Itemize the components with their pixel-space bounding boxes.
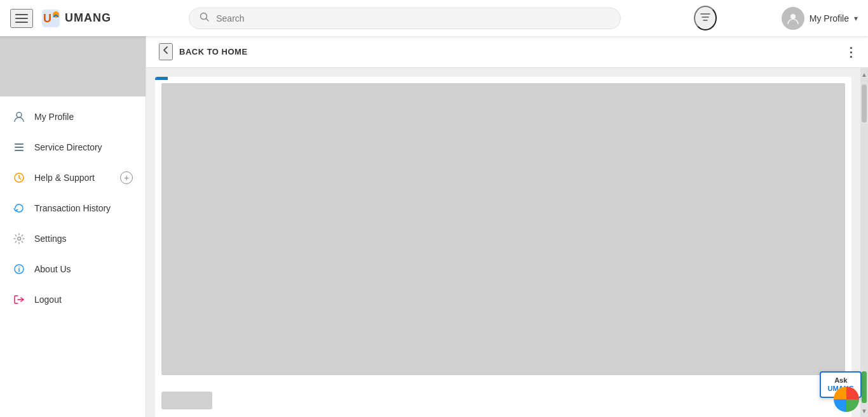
- svg-text:U: U: [43, 12, 51, 25]
- layout: My Profile Service Directory Help & Supp…: [0, 36, 868, 417]
- filter-icon: [699, 11, 712, 23]
- back-label[interactable]: BACK TO HOME: [179, 47, 248, 56]
- sidebar-menu: My Profile Service Directory Help & Supp…: [0, 96, 146, 320]
- sidebar-item-label: My Profile: [34, 112, 133, 122]
- svg-rect-12: [15, 147, 24, 148]
- filter-button[interactable]: [694, 6, 717, 30]
- avatar: [782, 7, 804, 30]
- sidebar-item-settings[interactable]: Settings: [0, 223, 146, 254]
- scroll-up-arrow[interactable]: ▲: [860, 69, 868, 79]
- back-button[interactable]: [159, 43, 173, 60]
- svg-point-10: [17, 112, 22, 117]
- svg-point-18: [18, 267, 20, 268]
- sidebar-banner: [0, 36, 146, 96]
- content-gray-area: [161, 83, 845, 375]
- sidebar: My Profile Service Directory Help & Supp…: [0, 36, 146, 417]
- profile-menu[interactable]: My Profile ▾: [782, 7, 858, 30]
- main-content: BACK TO HOME ⋮ ▲: [146, 36, 868, 417]
- umang-badge-icon: [834, 387, 859, 412]
- sidebar-item-transaction-history[interactable]: Transaction History: [0, 193, 146, 223]
- hamburger-button[interactable]: [10, 9, 33, 28]
- vertical-scrollbar[interactable]: ▲ ▼: [860, 68, 868, 417]
- gear-icon: [13, 232, 25, 245]
- green-scroll-indicator: [862, 371, 867, 403]
- info-icon: [13, 263, 25, 275]
- expand-icon[interactable]: +: [120, 171, 133, 184]
- logo-text: UMANG: [65, 11, 111, 25]
- sidebar-item-label: About Us: [34, 264, 133, 274]
- refresh-icon: [13, 202, 25, 215]
- sidebar-item-label: Help & Support: [34, 173, 111, 183]
- svg-line-5: [207, 18, 209, 21]
- more-options-button[interactable]: ⋮: [844, 44, 858, 60]
- person-icon: [13, 110, 25, 123]
- svg-rect-11: [15, 143, 24, 145]
- svg-point-9: [790, 14, 796, 19]
- svg-point-15: [18, 237, 21, 241]
- sidebar-item-label: Service Directory: [34, 142, 133, 152]
- sidebar-item-my-profile[interactable]: My Profile: [0, 102, 146, 132]
- sidebar-item-logout[interactable]: Logout: [0, 284, 146, 315]
- search-icon: [200, 12, 210, 25]
- ask-label: Ask: [834, 376, 847, 385]
- sidebar-item-label: Logout: [34, 295, 133, 305]
- search-bar: [189, 8, 621, 29]
- search-input[interactable]: [216, 13, 610, 23]
- sidebar-item-about-us[interactable]: About Us: [0, 254, 146, 284]
- sidebar-item-service-directory[interactable]: Service Directory: [0, 132, 146, 162]
- sidebar-item-help-support[interactable]: Help & Support +: [0, 162, 146, 193]
- svg-rect-13: [15, 150, 24, 151]
- logo[interactable]: U UMANG: [41, 8, 111, 29]
- scroll-down-arrow[interactable]: ▼: [860, 406, 868, 416]
- profile-label: My Profile: [810, 13, 849, 23]
- content-scroll-area[interactable]: [146, 68, 860, 417]
- scroll-thumb[interactable]: [862, 84, 867, 122]
- chevron-down-icon: ▾: [854, 14, 858, 23]
- list-icon: [13, 141, 25, 154]
- sidebar-item-label: Transaction History: [34, 203, 133, 213]
- header: U UMANG My Profile ▾: [0, 0, 868, 36]
- sidebar-item-label: Settings: [34, 234, 133, 244]
- umang-logo-icon: U: [41, 8, 61, 29]
- logout-icon: [13, 293, 25, 306]
- back-bar: BACK TO HOME ⋮: [146, 36, 868, 68]
- content-card: [155, 77, 851, 417]
- content-top-indicator: [155, 77, 168, 80]
- clock-icon: [13, 171, 25, 184]
